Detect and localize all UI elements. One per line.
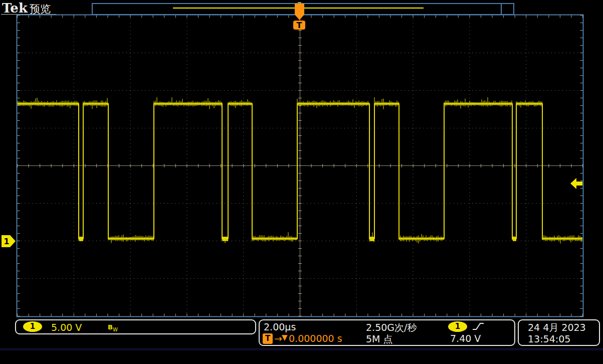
brand-text: Tek [2,1,28,16]
record-length: 5M 点 [366,333,393,346]
trigger-level-arrow-icon[interactable] [570,178,582,189]
horizontal-scale: 2.00µs [264,321,296,332]
record-view-bar [92,3,514,15]
datetime-box: 24 4月 2023 13:54:05 [518,319,600,346]
waveform-trace-ch1 [18,97,582,244]
graticule-grid [18,16,583,316]
channel1-scale: 5.00 V [51,322,82,333]
channel1-marker-number: 1 [4,237,9,246]
time-label: 13:54:05 [528,333,570,344]
bandwidth-limit-indicator: BW [108,322,118,332]
channel1-marker-icon [2,235,16,247]
trigger-marker-icon: ▼ [282,333,288,342]
trigger-flag[interactable]: T [293,21,305,30]
display-area: T 1 [0,0,603,364]
trigger-position-value: 0.000000 s [289,333,342,344]
trigger-flag-icon [293,21,305,30]
logo-underline [1,14,56,15]
trigger-source-badge: 1 [448,321,467,332]
bw-sub: W [113,327,118,332]
channel1-badge: 1 [23,321,42,332]
channel1-readout-box[interactable]: 1 5.00 V BW [15,319,256,334]
trigger-position-t-icon: T [263,333,273,344]
trigger-position-arrow-icon [295,15,304,20]
horizontal-trigger-readout-box[interactable]: 2.00µs 2.50G次/秒 1 T → ▼ 0.000000 s 5M 点 … [259,319,515,346]
trigger-level-value: 7.40 V [450,333,481,344]
date-label: 24 4月 2023 [528,321,586,334]
trigger-flag-letter: T [297,21,302,30]
trigger-arrow-icon: → [274,333,282,344]
bw-main: B [108,323,113,331]
bottom-separator [0,348,603,350]
channel1-ground-marker[interactable]: 1 [2,235,16,247]
record-view-end-divider [501,4,502,15]
graticule-border [17,15,583,317]
trigger-slope-rising-icon [472,322,484,331]
acquisition-mode-label: 预览 [30,3,51,15]
